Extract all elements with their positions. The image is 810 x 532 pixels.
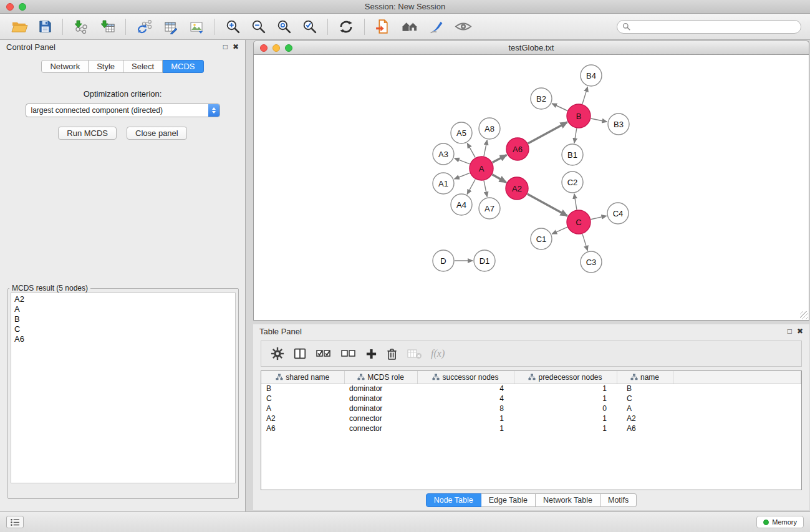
node-A4[interactable]: A4 xyxy=(451,194,472,215)
table-cell[interactable]: dominator xyxy=(344,404,417,414)
edge-B-B4[interactable] xyxy=(582,87,588,104)
import-table-button[interactable] xyxy=(96,18,118,36)
home-neighbors-button[interactable] xyxy=(397,18,422,35)
edge-A-A1[interactable] xyxy=(455,173,470,179)
network-window-titlebar[interactable]: testGlobe.txt xyxy=(253,41,809,54)
import-network-button[interactable] xyxy=(70,18,92,36)
network-svg[interactable]: B4B2BB3A5A8A6A3B1AC2A1A2A4A7C4CC1C3DD1 xyxy=(254,55,809,320)
node-D1[interactable]: D1 xyxy=(474,250,495,271)
table-cell[interactable]: 0 xyxy=(514,404,617,414)
table-row[interactable]: Adominator80A xyxy=(261,404,801,414)
table-float-icon[interactable]: □ xyxy=(788,327,792,335)
node-table[interactable]: shared nameMCDS rolesuccessor nodesprede… xyxy=(261,370,802,490)
delete-table-button[interactable] xyxy=(407,347,423,360)
column-header[interactable]: shared name xyxy=(261,371,344,384)
edge-A2-C[interactable] xyxy=(528,194,567,216)
edge-A-A6[interactable] xyxy=(493,155,507,162)
save-session-button[interactable] xyxy=(35,18,55,35)
table-panel-header[interactable]: Table Panel □ ✖ xyxy=(253,324,809,338)
table-cell[interactable]: 1 xyxy=(417,423,514,433)
table-row[interactable]: A6connector11A6 xyxy=(261,423,801,433)
search-box[interactable] xyxy=(617,20,801,34)
table-cell[interactable]: A xyxy=(617,404,673,414)
result-item[interactable]: A6 xyxy=(14,334,232,344)
edge-A-A5[interactable] xyxy=(467,143,475,158)
import-file-button[interactable] xyxy=(372,17,393,36)
tab-mcds[interactable]: MCDS xyxy=(163,60,203,73)
node-C2[interactable]: C2 xyxy=(562,172,583,193)
edge-C-C3[interactable] xyxy=(582,234,587,251)
table-cell[interactable]: A2 xyxy=(617,414,673,423)
table-cell[interactable]: 1 xyxy=(514,423,617,433)
table-cell[interactable]: A xyxy=(261,404,344,414)
zoom-out-button[interactable] xyxy=(248,17,269,36)
style-brush-button[interactable] xyxy=(426,17,448,36)
edge-A-A3[interactable] xyxy=(455,158,470,164)
table-cell[interactable]: B xyxy=(261,384,344,394)
result-item[interactable]: A2 xyxy=(14,294,232,304)
edge-B-B1[interactable] xyxy=(574,128,577,143)
table-cell[interactable]: A6 xyxy=(261,423,344,433)
tab-network-table[interactable]: Network Table xyxy=(536,493,600,507)
edge-A-A4[interactable] xyxy=(467,180,475,195)
tab-node-table[interactable]: Node Table xyxy=(426,493,481,507)
table-row[interactable]: Bdominator41B xyxy=(261,384,801,394)
tab-network[interactable]: Network xyxy=(41,60,89,73)
titlebar[interactable]: Session: New Session xyxy=(0,0,810,14)
table-cell[interactable]: 1 xyxy=(514,414,617,423)
table-cell[interactable]: 1 xyxy=(514,384,617,394)
show-hide-button[interactable] xyxy=(451,19,475,34)
node-D[interactable]: D xyxy=(433,250,454,271)
panel-list-button[interactable] xyxy=(6,516,24,528)
apply-layout-button[interactable] xyxy=(335,17,357,36)
node-A7[interactable]: A7 xyxy=(479,198,500,219)
table-close-icon[interactable]: ✖ xyxy=(797,327,803,335)
table-cell[interactable]: 8 xyxy=(417,404,514,414)
add-column-button[interactable] xyxy=(365,348,377,360)
column-header[interactable]: name xyxy=(617,371,673,384)
result-item[interactable]: B xyxy=(14,314,232,324)
edge-A-A8[interactable] xyxy=(484,140,487,157)
table-cell[interactable]: C xyxy=(261,394,344,404)
tab-style[interactable]: Style xyxy=(89,60,123,73)
close-panel-icon[interactable]: ✖ xyxy=(233,43,239,51)
tab-select[interactable]: Select xyxy=(123,60,163,73)
export-image-button[interactable] xyxy=(185,18,208,36)
node-B3[interactable]: B3 xyxy=(608,114,629,135)
mcds-result-list[interactable]: A2ABCA6 xyxy=(11,293,236,483)
open-session-button[interactable] xyxy=(8,18,31,35)
node-A2[interactable]: A2 xyxy=(506,177,528,200)
column-header[interactable]: predecessor nodes xyxy=(514,371,617,384)
memory-button[interactable]: Memory xyxy=(756,516,804,528)
float-panel-icon[interactable]: □ xyxy=(223,43,228,51)
edge-A6-B[interactable] xyxy=(528,122,567,143)
node-A5[interactable]: A5 xyxy=(451,122,472,143)
node-A1[interactable]: A1 xyxy=(433,173,454,194)
control-panel-header[interactable]: Control Panel □ ✖ xyxy=(0,40,245,54)
zoom-fit-button[interactable] xyxy=(273,17,295,36)
column-header[interactable]: MCDS role xyxy=(344,371,417,384)
criterion-dropdown[interactable]: largest connected component (directed) xyxy=(26,104,220,117)
network-canvas[interactable]: B4B2BB3A5A8A6A3B1AC2A1A2A4A7C4CC1C3DD1 xyxy=(253,54,809,321)
node-C[interactable]: C xyxy=(567,210,591,234)
node-B4[interactable]: B4 xyxy=(581,65,602,86)
table-cell[interactable]: A2 xyxy=(261,414,344,423)
function-builder-button[interactable]: f(x) xyxy=(431,348,445,359)
search-input[interactable] xyxy=(634,22,796,31)
table-cell[interactable]: dominator xyxy=(344,384,417,394)
delete-column-button[interactable] xyxy=(386,347,398,360)
table-cell[interactable]: connector xyxy=(344,414,417,423)
table-row[interactable]: A2connector11A2 xyxy=(261,414,801,423)
node-A[interactable]: A xyxy=(470,157,493,180)
node-B2[interactable]: B2 xyxy=(531,88,552,109)
node-C3[interactable]: C3 xyxy=(581,251,602,273)
node-C1[interactable]: C1 xyxy=(531,228,552,249)
table-cell[interactable]: A6 xyxy=(617,423,673,433)
node-B1[interactable]: B1 xyxy=(562,144,583,165)
node-C4[interactable]: C4 xyxy=(607,203,629,224)
dropdown-stepper-icon[interactable] xyxy=(208,104,219,117)
table-cell[interactable]: B xyxy=(617,384,673,394)
deselect-all-button[interactable] xyxy=(340,347,357,360)
node-A6[interactable]: A6 xyxy=(506,138,529,160)
edge-B-B2[interactable] xyxy=(552,104,567,111)
